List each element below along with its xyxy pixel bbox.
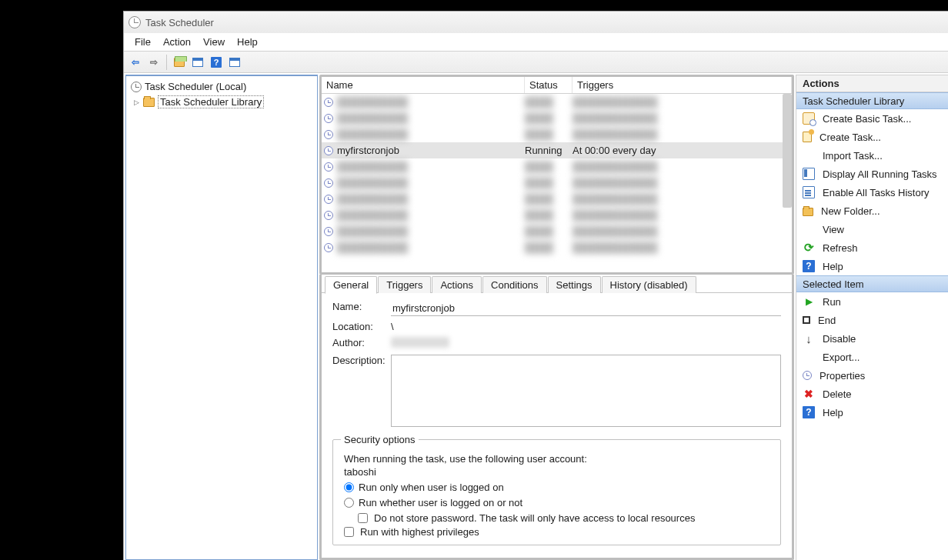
clock-icon (324, 98, 333, 107)
help-icon: ? (803, 406, 815, 418)
menu-action[interactable]: Action (157, 36, 197, 48)
actions-list-library: Create Basic Task...Create Task...Import… (796, 109, 948, 275)
action-label: Enable All Tasks History (823, 187, 930, 198)
action-properties[interactable]: Properties (796, 366, 948, 385)
actions-header: Actions (796, 75, 948, 92)
security-options-group: Security options When running the task, … (332, 434, 781, 545)
task-list-header[interactable]: Name Status Triggers (322, 77, 792, 94)
action-new-folder[interactable]: New Folder... (796, 202, 948, 220)
task-row[interactable]: ██████████████████████████ (322, 158, 792, 175)
tab-history[interactable]: History (disabled) (602, 276, 696, 293)
clock-icon (324, 227, 333, 236)
task-trigger: ████████████ (572, 225, 792, 237)
radio-loggedon-input[interactable] (344, 482, 354, 492)
task-row[interactable]: ██████████████████████████ (322, 126, 792, 142)
clock-icon (131, 82, 142, 92)
tree-library[interactable]: ▷ Task Scheduler Library (128, 94, 315, 110)
check-highest[interactable]: Run with highest privileges (344, 526, 773, 538)
prop-icon (803, 371, 812, 380)
action-label: Create Basic Task... (823, 113, 911, 125)
task-row[interactable]: ██████████████████████████ (322, 239, 792, 255)
tab-general[interactable]: General (325, 276, 377, 294)
task-row[interactable]: ██████████████████████████ (322, 94, 792, 110)
description-field[interactable] (391, 355, 781, 427)
blank-icon (803, 351, 815, 363)
window-icon (229, 58, 240, 67)
action-enable-all-tasks-history[interactable]: Enable All Tasks History (796, 183, 948, 202)
task-status: ████ (525, 177, 572, 188)
action-label: Help (823, 407, 843, 418)
tree-pane[interactable]: Task Scheduler (Local) ▷ Task Scheduler … (125, 75, 318, 560)
action-end[interactable]: End (796, 311, 948, 329)
task-list-body[interactable]: ████████████████████████████████████████… (322, 94, 792, 272)
task-row[interactable]: ██████████████████████████ (322, 207, 792, 223)
task-row[interactable]: ██████████████████████████ (322, 191, 792, 207)
app-window: Task Scheduler File Action View Help ⇦ ⇨… (123, 11, 948, 560)
action-run[interactable]: ▶Run (796, 292, 948, 311)
enable-icon (803, 186, 815, 198)
action-create-task[interactable]: Create Task... (796, 128, 948, 146)
name-field[interactable] (391, 301, 781, 316)
action-help[interactable]: ?Help (796, 257, 948, 275)
author-value-blurred (391, 337, 449, 348)
col-triggers[interactable]: Triggers (572, 77, 792, 93)
menu-help[interactable]: Help (231, 36, 264, 48)
task-list[interactable]: Name Status Triggers ███████████████████… (319, 75, 794, 275)
up-folder-button[interactable] (171, 54, 188, 71)
actions-list-selected: ▶RunEnd↓DisableExport...Properties✖Delet… (796, 292, 948, 422)
action-view[interactable]: View (796, 220, 948, 238)
menubar: File Action View Help (124, 33, 948, 52)
clock-icon (324, 211, 333, 220)
check-nostore[interactable]: Do not store password. The task will onl… (358, 512, 773, 524)
task-trigger: ████████████ (572, 112, 792, 124)
radio-whether-input[interactable] (344, 498, 354, 508)
action-label: Run (823, 296, 841, 308)
view-button[interactable] (226, 54, 243, 71)
radio-whether[interactable]: Run whether user is logged on or not (344, 497, 773, 508)
action-label: New Folder... (821, 205, 880, 217)
radio-loggedon[interactable]: Run only when user is logged on (344, 482, 773, 493)
action-export[interactable]: Export... (796, 348, 948, 366)
chevron-right-icon[interactable]: ▷ (132, 98, 140, 106)
tree-library-label: Task Scheduler Library (158, 95, 264, 108)
action-disable[interactable]: ↓Disable (796, 329, 948, 348)
show-hide-button[interactable] (189, 54, 206, 71)
tab-actions[interactable]: Actions (432, 276, 482, 293)
task-name: ██████████ (335, 161, 525, 172)
tree-root[interactable]: Task Scheduler (Local) (128, 79, 315, 94)
tab-general-content: Name: Location: \ Author: Description: (322, 293, 792, 558)
main-body: Task Scheduler (Local) ▷ Task Scheduler … (124, 73, 948, 560)
action-help[interactable]: ?Help (796, 403, 948, 422)
action-refresh[interactable]: ⟳Refresh (796, 238, 948, 257)
titlebar: Task Scheduler (124, 12, 948, 33)
task-row[interactable]: ██████████████████████████ (322, 223, 792, 239)
check-nostore-input[interactable] (358, 513, 368, 523)
check-highest-input[interactable] (344, 527, 354, 537)
tab-settings[interactable]: Settings (548, 276, 601, 293)
action-create-basic-task[interactable]: Create Basic Task... (796, 109, 948, 128)
menu-view[interactable]: View (197, 36, 231, 48)
label-location: Location: (332, 321, 391, 332)
help-button[interactable]: ? (208, 54, 225, 71)
action-label: Refresh (823, 242, 858, 254)
col-status[interactable]: Status (525, 77, 572, 93)
back-button[interactable]: ⇦ (127, 54, 144, 71)
action-delete[interactable]: ✖Delete (796, 385, 948, 403)
scrollbar-thumb[interactable] (783, 94, 792, 208)
action-import-task[interactable]: Import Task... (796, 146, 948, 165)
tab-conditions[interactable]: Conditions (482, 276, 546, 293)
menu-file[interactable]: File (129, 36, 157, 48)
tab-triggers[interactable]: Triggers (378, 276, 431, 293)
action-display-all-running-tasks[interactable]: Display All Running Tasks (796, 165, 948, 183)
task-row[interactable]: ██████████████████████████ (322, 110, 792, 126)
task-row[interactable]: myfirstcronjobRunningAt 00:00 every day (322, 142, 792, 158)
col-name[interactable]: Name (322, 77, 525, 93)
forward-button[interactable]: ⇨ (145, 54, 162, 71)
task-trigger: ████████████ (572, 177, 792, 188)
clock-icon (324, 243, 333, 252)
task-row[interactable]: ██████████████████████████ (322, 175, 792, 191)
task-name: ██████████ (335, 193, 525, 205)
clock-icon (324, 162, 333, 172)
check-nostore-label: Do not store password. The task will onl… (374, 512, 695, 524)
label-author: Author: (332, 337, 391, 348)
